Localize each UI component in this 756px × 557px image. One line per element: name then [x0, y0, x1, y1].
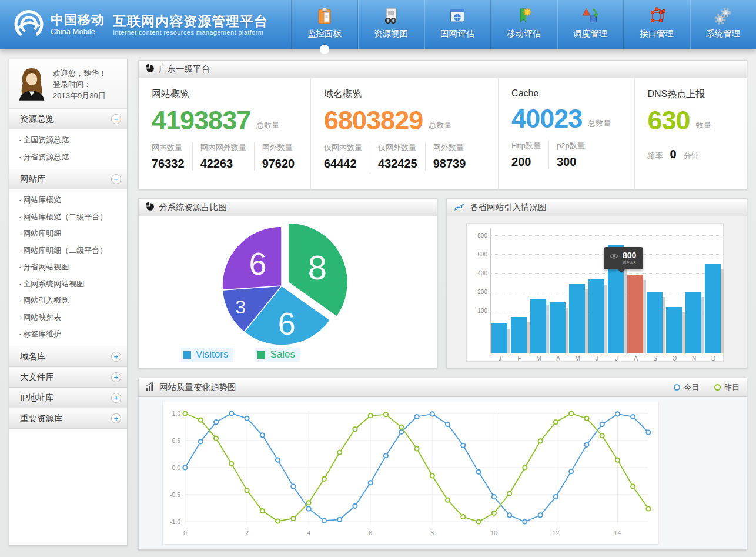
bar-M-5[interactable]: [569, 284, 585, 353]
sidebar-item[interactable]: 全网系统网站视图: [9, 276, 127, 293]
sidebar-item[interactable]: 全国资源总览: [9, 132, 127, 149]
bar-J-1[interactable]: [491, 323, 507, 353]
collapse-icon[interactable]: −: [111, 114, 121, 124]
stat-card-big-label: 总数量: [429, 120, 451, 135]
sidebar-item[interactable]: 网站引入概览: [9, 292, 127, 309]
nav-item-7[interactable]: 系统管理: [690, 0, 756, 49]
china-mobile-logo-icon: [13, 9, 45, 41]
pie-panel-header: 分系统资源占比图: [139, 199, 437, 216]
sidebar-item[interactable]: 网站库概览: [9, 192, 127, 209]
expand-icon[interactable]: +: [111, 352, 121, 362]
line-chart[interactable]: 024681012141.00.50.0-0.5-1.0: [163, 402, 658, 544]
trend-legend: 今日昨日: [674, 382, 740, 393]
sub-stat: Http数量200: [511, 141, 549, 169]
bar-A-8[interactable]: [627, 275, 643, 353]
x-tick-label: N: [684, 355, 704, 362]
sidebar-item[interactable]: 分省网站视图: [9, 259, 127, 276]
bar-S-9[interactable]: [647, 292, 663, 353]
pie-legend-item-2[interactable]: Sales: [255, 348, 300, 362]
tooltip-unit: views: [623, 259, 636, 266]
bar-D-12[interactable]: [705, 264, 721, 353]
nav-item-6[interactable]: 接口管理: [623, 0, 690, 49]
sub-stat-label: 网内数量: [152, 142, 185, 153]
nav-item-4[interactable]: 移动评估: [490, 0, 557, 49]
bar-M-3[interactable]: [530, 299, 546, 353]
x-tick-label: M: [568, 355, 587, 362]
x-tick-label: 0: [183, 529, 187, 536]
frequency-unit: 分钟: [684, 151, 699, 161]
pie-slice-label: 6: [278, 306, 296, 341]
sidebar-item[interactable]: 网站库概览（二级平台）: [9, 209, 127, 226]
nav-item-2[interactable]: 资源视图: [357, 0, 424, 49]
sidebar-item[interactable]: 网站库明细: [9, 225, 127, 242]
x-tick-label: 4: [307, 529, 310, 536]
overview-cards: 网站概览4193837总数量网内数量76332网内网外数量42263网外数量97…: [139, 78, 747, 189]
bar-chart-area: 800600400200100800viewsJFMAMJJASOND: [447, 216, 747, 368]
interface-icon: [624, 5, 690, 26]
sub-stat-label: 网外数量: [262, 142, 295, 153]
welcome-text: 欢迎您，魏华！: [53, 68, 106, 79]
pie-legend-label: Visitors: [196, 349, 228, 361]
sidebar-item[interactable]: 标签库维护: [9, 326, 127, 343]
pie-slice-label: 8: [308, 248, 327, 286]
pie-chart[interactable]: 8636: [139, 216, 438, 352]
pie-legend-item-1[interactable]: Visitors: [181, 348, 233, 362]
brand-name-cn: 中国移动: [51, 13, 105, 27]
nav-item-label: 调度管理: [557, 28, 623, 39]
sidebar-section-4[interactable]: 大文件库+: [9, 367, 127, 388]
x-tick-label: 10: [490, 529, 497, 536]
expand-icon[interactable]: +: [111, 413, 121, 423]
sidebar-section-5[interactable]: IP地址库+: [9, 388, 127, 408]
stat-card-title: DNS热点上报: [648, 88, 739, 101]
nav-item-5[interactable]: 调度管理: [557, 0, 623, 49]
sidebar-section-2[interactable]: 网站库−: [9, 169, 127, 189]
stat-card-big-label: 数量: [696, 120, 711, 135]
sub-stat-value: 42263: [200, 157, 246, 171]
bar-J-6[interactable]: [588, 279, 604, 353]
x-tick-label: F: [510, 355, 529, 362]
brand-name-en: China Mobile: [51, 27, 105, 36]
sub-stat-label: p2p数量: [557, 141, 585, 151]
collapse-icon[interactable]: −: [111, 174, 121, 184]
trend-legend-label: 昨日: [724, 382, 740, 393]
stat-card-2: 域名概览6803829总数量仅网内数量64442仅网外数量432425网外数量9…: [310, 78, 498, 189]
expand-icon[interactable]: +: [111, 393, 121, 403]
sidebar-section-title: 网站库: [20, 174, 46, 185]
sidebar-section-title: 域名库: [20, 351, 46, 362]
legend-ring: [714, 384, 721, 391]
sidebar-item[interactable]: 网站库明细（二级平台）: [9, 242, 127, 259]
nav-item-label: 移动评估: [491, 28, 557, 39]
sidebar-section-items: 全国资源总览分省资源总览: [9, 129, 127, 169]
bar-N-11[interactable]: [685, 292, 701, 353]
frequency-row: 频率0分钟: [648, 148, 739, 161]
expand-icon[interactable]: +: [111, 372, 121, 382]
active-nav-indicator: [320, 45, 329, 54]
bar-A-4[interactable]: [550, 302, 566, 353]
x-tick-label: M: [529, 355, 548, 362]
bar-O-10[interactable]: [666, 307, 682, 353]
stat-card-big-label: 总数量: [588, 118, 611, 133]
sidebar-item[interactable]: 网站映射表: [9, 309, 127, 326]
frequency-value: 0: [670, 148, 677, 161]
y-tick-label: 1.0: [172, 410, 180, 417]
legend-swatch: [183, 351, 191, 359]
login-time-label: 登录时间：: [53, 79, 106, 90]
nav-item-3[interactable]: 固网评估: [424, 0, 490, 49]
pie-chart-area: 8636 VisitorsSales: [139, 216, 437, 368]
x-tick-label: O: [665, 355, 684, 362]
sidebar-section-6[interactable]: 重要资源库+: [9, 408, 127, 429]
trend-legend-item-2[interactable]: 昨日: [714, 382, 740, 393]
nav-item-1[interactable]: 监控面板: [291, 0, 357, 49]
sub-stat: 仅网内数量64442: [324, 142, 370, 171]
fixed-net-icon: [424, 5, 490, 26]
sidebar-item[interactable]: 分省资源总览: [9, 149, 127, 166]
bar-chart[interactable]: 800600400200100800viewsJFMAMJJASOND: [466, 223, 724, 362]
trend-legend-item-1[interactable]: 今日: [674, 382, 699, 393]
stat-card-title: 域名概览: [324, 88, 490, 101]
bar-F-2[interactable]: [511, 317, 527, 353]
y-tick-label: 200: [471, 289, 487, 295]
trend-legend-label: 今日: [684, 382, 699, 393]
sidebar-section-1[interactable]: 资源总览−: [9, 109, 127, 129]
sidebar-section-3[interactable]: 域名库+: [9, 346, 127, 367]
sidebar-menu: 资源总览−全国资源总览分省资源总览网站库−网站库概览网站库概览（二级平台）网站库…: [9, 109, 127, 429]
